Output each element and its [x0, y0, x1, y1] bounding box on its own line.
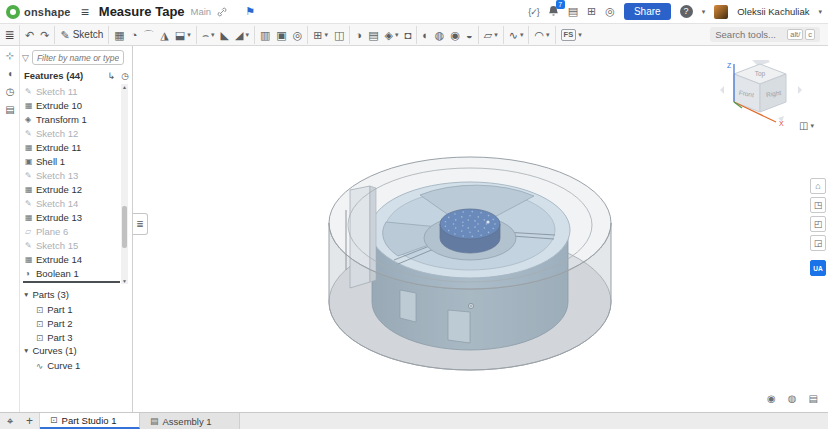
toolbar-button-move-face[interactable]: ◐: [419, 26, 432, 44]
toolbar-button-boolean[interactable]: ◑: [352, 26, 365, 44]
toolbar-button-sweep[interactable]: ⌒: [140, 26, 157, 44]
toolbar-button-rib[interactable]: ▥: [257, 26, 273, 44]
toolbar-button-draft[interactable]: ◢▾: [232, 26, 252, 44]
toolbar-button-redo[interactable]: ↷: [37, 26, 52, 44]
toolbar-button-linear-pattern[interactable]: ⊞▾: [310, 26, 331, 44]
feature-item[interactable]: ◑Boolean 1: [20, 266, 120, 280]
feature-history-icon[interactable]: ◷: [121, 71, 129, 81]
chevron-down-icon: ▾: [578, 27, 582, 43]
feature-item[interactable]: ✎Sketch 11: [20, 84, 120, 98]
feature-item[interactable]: ▦Extrude 14: [20, 252, 120, 266]
feature-item[interactable]: ◈Transform 1: [20, 112, 120, 126]
scroll-down-icon[interactable]: ▼: [121, 278, 128, 284]
feature-list-scrollbar[interactable]: ▲ ▼: [121, 84, 128, 284]
graphics-viewport[interactable]: Top Front Right Z X ◫ ▾ ⌂◳◰◲UA: [134, 46, 828, 412]
toolbar-button-delete-part[interactable]: ◘: [402, 26, 415, 44]
feature-item[interactable]: ▦Extrude 11: [20, 140, 120, 154]
notifications-bell-icon[interactable]: 7: [548, 5, 559, 19]
print-3d-icon[interactable]: ◰: [810, 216, 826, 232]
feature-item[interactable]: ▦Extrude 13: [20, 210, 120, 224]
toolbar-button-fillet[interactable]: ⌢▾: [199, 26, 218, 44]
scroll-up-icon[interactable]: ▲: [121, 84, 128, 90]
toolbar-button-loft[interactable]: ◮: [157, 26, 171, 44]
toolbar-button-curve[interactable]: ∿▾: [506, 26, 527, 44]
toolbar-button-hole[interactable]: ◎: [290, 26, 306, 44]
user-menu-caret-icon[interactable]: ▾: [818, 8, 822, 16]
chevron-down-icon: ▾: [810, 122, 814, 130]
configurations-icon[interactable]: ⊹: [0, 46, 20, 64]
tab-manager-icon[interactable]: ⌖: [0, 413, 20, 429]
camera-icon[interactable]: ◍: [788, 393, 797, 404]
comments-icon[interactable]: ◖: [0, 64, 20, 82]
toolbar-button-undo[interactable]: ↶: [22, 26, 37, 44]
toolbar-button-extrude[interactable]: ▦: [111, 26, 127, 44]
home-view-icon[interactable]: ⌂: [810, 178, 826, 194]
notes-icon[interactable]: ▤: [0, 100, 20, 118]
link-icon[interactable]: [217, 3, 227, 21]
toolbar-button-split[interactable]: ▤: [365, 26, 381, 44]
capture-icon[interactable]: ◲: [810, 235, 826, 251]
toolbar-button-mirror[interactable]: ◫: [331, 26, 347, 44]
parts-section-header[interactable]: ▼ Parts (3): [23, 289, 69, 300]
curve-item[interactable]: ∿Curve 1: [36, 359, 80, 372]
toolbar-button-surface[interactable]: ◠▾: [531, 26, 552, 44]
part-item[interactable]: ⊡Part 1: [36, 303, 72, 316]
onshape-logo[interactable]: onshape: [6, 5, 71, 19]
tape-measure-model[interactable]: [320, 150, 620, 385]
toolbar-button-transform[interactable]: ◈▾: [382, 26, 402, 44]
toolbar-button-thicken[interactable]: ⬓▾: [172, 26, 194, 44]
feature-item[interactable]: ✎Sketch 15: [20, 238, 120, 252]
search-tools-box[interactable]: alt/ c: [710, 27, 820, 42]
toolbar-button-shell[interactable]: ▣: [273, 26, 289, 44]
rollback-bar[interactable]: [23, 281, 120, 283]
toolbar-button-offset-surface[interactable]: ◒: [463, 26, 476, 44]
user-avatar[interactable]: [714, 5, 728, 19]
search-tools-input[interactable]: [715, 29, 785, 40]
feature-item[interactable]: ▦Extrude 10: [20, 98, 120, 112]
panel-flyout-toggle[interactable]: ≣: [133, 213, 148, 235]
toolbar-button-plane[interactable]: ▱▾: [481, 26, 501, 44]
feature-item[interactable]: ✎Sketch 14: [20, 196, 120, 210]
feature-item[interactable]: ▱Plane 6: [20, 224, 120, 238]
curves-section-header[interactable]: ▼ Curves (1): [23, 345, 77, 356]
share-button[interactable]: Share: [624, 3, 671, 20]
help-icon[interactable]: ?: [680, 5, 693, 18]
toolbar-button-featurescript[interactable]: FS▾: [558, 26, 585, 44]
toolbar-button-delete-face[interactable]: ◍: [432, 26, 448, 44]
app-store-icon[interactable]: ◎: [605, 5, 615, 18]
feature-item[interactable]: ✎Sketch 13: [20, 168, 120, 182]
scrollbar-thumb[interactable]: [122, 206, 127, 248]
tab-assembly-1[interactable]: ▤Assembly 1: [140, 413, 240, 429]
view-cube[interactable]: Top Front Right Z X: [718, 56, 802, 144]
chevron-down-icon: ▾: [245, 27, 249, 43]
tab-part-studio-1[interactable]: ⊡Part Studio 1: [40, 413, 140, 429]
filter-funnel-icon[interactable]: ▽: [22, 53, 29, 63]
feature-item[interactable]: ✎Sketch 12: [20, 126, 120, 140]
hamburger-menu-icon[interactable]: ≡: [81, 4, 89, 20]
mouse-icon[interactable]: ◉: [767, 393, 776, 404]
translate-extension-icon[interactable]: UA: [810, 260, 826, 276]
part-item[interactable]: ⊡Part 2: [36, 317, 72, 330]
apps-grid-icon[interactable]: ⊞: [587, 5, 596, 18]
feature-item[interactable]: ▣Shell 1: [20, 154, 120, 168]
clipboard-icon[interactable]: ▤: [568, 5, 578, 18]
insert-folder-icon[interactable]: ↳: [108, 71, 116, 81]
toolbar-button-chamfer[interactable]: ◣: [217, 26, 231, 44]
feature-item[interactable]: ▦Extrude 12: [20, 182, 120, 196]
printer-icon[interactable]: ▤: [809, 393, 818, 404]
toolbar-button-revolve[interactable]: ◔: [128, 26, 141, 44]
section-view-icon[interactable]: ◳: [810, 197, 826, 213]
workspace-name[interactable]: Main: [191, 6, 212, 17]
add-tab-button[interactable]: +: [20, 413, 40, 429]
toolbar-button-replace-face[interactable]: ◉: [447, 26, 463, 44]
display-mode-button[interactable]: ◫ ▾: [799, 120, 814, 131]
featurescript-variables-icon[interactable]: {✓}: [528, 7, 539, 17]
toolbar-button-sketch[interactable]: ✎Sketch: [57, 26, 106, 44]
follow-flag-icon[interactable]: ⚑: [245, 5, 255, 18]
feature-list-toggle-icon[interactable]: ≣: [0, 25, 20, 45]
history-icon[interactable]: ◷: [0, 82, 20, 100]
part-item[interactable]: ⊡Part 3: [36, 331, 72, 344]
shortcut-key-alt: alt/: [787, 29, 803, 40]
feature-filter-input[interactable]: [32, 50, 124, 65]
help-caret-icon[interactable]: ▾: [702, 8, 706, 16]
